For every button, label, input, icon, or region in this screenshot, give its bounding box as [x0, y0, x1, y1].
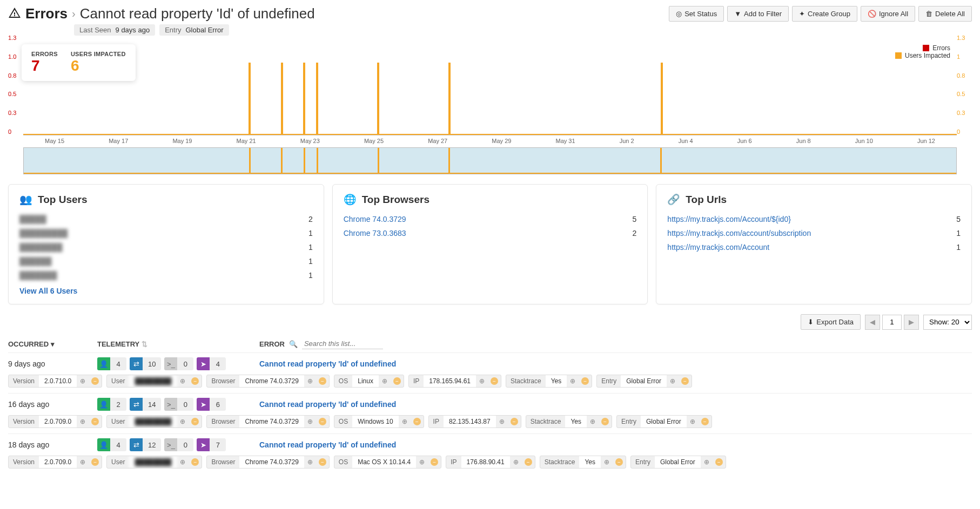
chip-os[interactable]: OSWindows 10⊕−	[334, 415, 424, 428]
list-item[interactable]: https://my.trackjs.com/Account/${id0}5	[667, 212, 961, 226]
plus-icon[interactable]: ⊕	[177, 375, 189, 387]
plus-icon[interactable]: ⊕	[416, 456, 428, 468]
minus-icon[interactable]: −	[393, 377, 401, 385]
plus-icon[interactable]: ⊕	[304, 375, 316, 387]
minus-icon[interactable]: −	[581, 377, 589, 385]
minus-icon[interactable]: −	[319, 418, 326, 425]
main-chart[interactable]: 00.30.50.81.01.3 00.30.50.811.3	[23, 41, 957, 135]
minus-icon[interactable]: −	[601, 418, 609, 425]
plus-icon[interactable]: ⊕	[476, 375, 488, 387]
chip-stacktrace[interactable]: StacktraceYes⊕−	[540, 456, 626, 469]
minus-icon[interactable]: −	[319, 458, 326, 466]
view-all-users-link[interactable]: View All 6 Users	[19, 287, 313, 295]
plus-icon[interactable]: ⊕	[687, 416, 699, 427]
mini-chart[interactable]	[23, 147, 957, 174]
telemetry-badge-nav[interactable]: ➤6	[197, 398, 226, 411]
telemetry-badge-nav[interactable]: ➤7	[197, 438, 226, 451]
set-status-button[interactable]: ◎Set Status	[669, 6, 724, 22]
minus-icon[interactable]: −	[715, 458, 723, 466]
minus-icon[interactable]: −	[511, 418, 518, 425]
page-input[interactable]	[882, 315, 902, 330]
error-link[interactable]: Cannot read property 'Id' of undefined	[259, 440, 396, 449]
telemetry-badge-user[interactable]: 👤4	[97, 438, 126, 451]
col-telemetry[interactable]: TELEMETRY ⇅	[97, 340, 249, 348]
chip-stacktrace[interactable]: StacktraceYes⊕−	[506, 375, 592, 388]
plus-icon[interactable]: ⊕	[510, 456, 522, 468]
chip-browser[interactable]: BrowserChrome 74.0.3729⊕−	[206, 456, 329, 469]
minus-icon[interactable]: −	[615, 458, 623, 466]
minus-icon[interactable]: −	[191, 458, 199, 466]
chip-ip[interactable]: IP178.165.94.61⊕−	[408, 375, 501, 388]
chip-version[interactable]: Version2.0.709.0⊕−	[8, 456, 102, 469]
telemetry-badge-net[interactable]: ⇄14	[130, 398, 161, 411]
next-page-button[interactable]: ▶	[904, 315, 919, 330]
telemetry-badge-net[interactable]: ⇄10	[130, 357, 161, 370]
minus-icon[interactable]: −	[91, 418, 99, 425]
chip-version[interactable]: Version2.0.709.0⊕−	[8, 415, 102, 428]
list-item[interactable]: █████2	[19, 212, 313, 226]
list-item[interactable]: ███████1	[19, 268, 313, 282]
minus-icon[interactable]: −	[431, 458, 438, 466]
chip-entry[interactable]: EntryGlobal Error⊕−	[630, 456, 726, 469]
list-item[interactable]: ████████1	[19, 240, 313, 254]
list-item[interactable]: https://my.trackjs.com/account/subscript…	[667, 226, 961, 240]
search-input[interactable]	[302, 338, 383, 349]
plus-icon[interactable]: ⊕	[379, 375, 391, 387]
plus-icon[interactable]: ⊕	[177, 456, 189, 468]
plus-icon[interactable]: ⊕	[496, 416, 508, 427]
plus-icon[interactable]: ⊕	[304, 456, 316, 468]
prev-page-button[interactable]: ◀	[865, 315, 880, 330]
chip-os[interactable]: OSMac OS X 10.14.4⊕−	[334, 456, 441, 469]
telemetry-badge-net[interactable]: ⇄12	[130, 438, 161, 451]
chip-user[interactable]: User████████⊕−	[106, 415, 202, 428]
plus-icon[interactable]: ⊕	[77, 456, 89, 468]
plus-icon[interactable]: ⊕	[587, 416, 599, 427]
add-to-filter-button[interactable]: ▼Add to Filter	[727, 6, 789, 22]
error-link[interactable]: Cannot read property 'Id' of undefined	[259, 359, 396, 368]
plus-icon[interactable]: ⊕	[601, 456, 613, 468]
chip-user[interactable]: User████████⊕−	[106, 375, 202, 388]
ignore-all-button[interactable]: 🚫Ignore All	[861, 6, 915, 22]
minus-icon[interactable]: −	[91, 458, 99, 466]
plus-icon[interactable]: ⊕	[399, 416, 411, 427]
telemetry-badge-user[interactable]: 👤2	[97, 398, 126, 411]
list-item[interactable]: Chrome 74.0.37295	[344, 212, 637, 226]
telemetry-badge-user[interactable]: 👤4	[97, 357, 126, 370]
plus-icon[interactable]: ⊕	[567, 375, 579, 387]
minus-icon[interactable]: −	[681, 377, 689, 385]
plus-icon[interactable]: ⊕	[77, 416, 89, 427]
error-link[interactable]: Cannot read property 'Id' of undefined	[259, 400, 396, 409]
delete-all-button[interactable]: 🗑Delete All	[918, 6, 972, 22]
create-group-button[interactable]: ✦Create Group	[792, 6, 857, 22]
chip-entry[interactable]: EntryGlobal Error⊕−	[616, 415, 712, 428]
show-select[interactable]: Show: 20	[923, 315, 972, 330]
chip-version[interactable]: Version2.0.710.0⊕−	[8, 375, 102, 388]
plus-icon[interactable]: ⊕	[304, 416, 316, 427]
telemetry-badge-nav[interactable]: ➤4	[197, 357, 226, 370]
export-data-button[interactable]: ⬇Export Data	[801, 314, 861, 330]
telemetry-badge-con[interactable]: >_0	[164, 438, 193, 451]
minus-icon[interactable]: −	[491, 377, 498, 385]
plus-icon[interactable]: ⊕	[667, 375, 679, 387]
minus-icon[interactable]: −	[525, 458, 532, 466]
chip-browser[interactable]: BrowserChrome 74.0.3729⊕−	[206, 415, 329, 428]
plus-icon[interactable]: ⊕	[701, 456, 713, 468]
minus-icon[interactable]: −	[91, 377, 99, 385]
minus-icon[interactable]: −	[319, 377, 326, 385]
minus-icon[interactable]: −	[701, 418, 709, 425]
telemetry-badge-con[interactable]: >_0	[164, 398, 193, 411]
chip-os[interactable]: OSLinux⊕−	[334, 375, 404, 388]
col-occurred[interactable]: OCCURRED ▾	[8, 340, 86, 348]
chip-stacktrace[interactable]: StacktraceYes⊕−	[526, 415, 612, 428]
chip-user[interactable]: User████████⊕−	[106, 456, 202, 469]
minus-icon[interactable]: −	[191, 377, 199, 385]
list-item[interactable]: Chrome 73.0.36832	[344, 226, 637, 240]
list-item[interactable]: https://my.trackjs.com/Account1	[667, 240, 961, 254]
list-item[interactable]: ██████1	[19, 254, 313, 268]
chip-browser[interactable]: BrowserChrome 74.0.3729⊕−	[206, 375, 329, 388]
chip-entry[interactable]: EntryGlobal Error⊕−	[596, 375, 692, 388]
plus-icon[interactable]: ⊕	[177, 416, 189, 427]
telemetry-badge-con[interactable]: >_0	[164, 357, 193, 370]
chip-ip[interactable]: IP82.135.143.87⊕−	[428, 415, 521, 428]
minus-icon[interactable]: −	[413, 418, 421, 425]
